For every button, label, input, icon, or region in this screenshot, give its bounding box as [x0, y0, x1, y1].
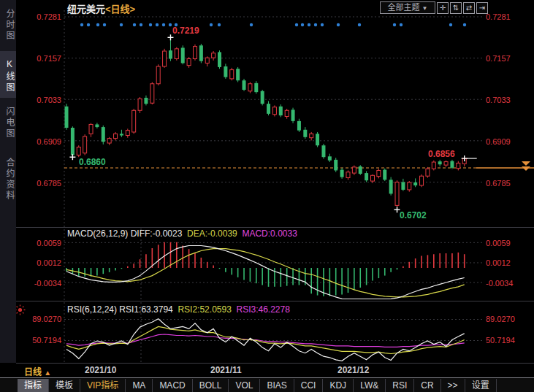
- indicator-toolbar: 指标 模板 VIP指标 MA MACD BOLL VOL BIAS CCI KD…: [0, 377, 534, 392]
- toolbar-item-boll[interactable]: BOLL: [193, 379, 229, 392]
- y-label-right: 0.6909: [486, 137, 511, 146]
- macd-y-label-right: 0.0059: [486, 239, 511, 247]
- y-label-left: 0.7157: [18, 54, 61, 63]
- toolbar-item-vip-indicators[interactable]: VIP指标: [80, 379, 126, 392]
- macd-y-label-right: -0.0034: [486, 279, 513, 288]
- period-label: 日线: [24, 367, 42, 377]
- macd-y-label-right: 0.0012: [486, 258, 511, 267]
- toolbar-item-cci[interactable]: CCI: [294, 379, 324, 392]
- symbol-name: 纽元美元: [67, 4, 105, 15]
- macd-dea-value: DEA:-0.0039: [187, 228, 237, 239]
- zoom-horizontal-icon[interactable]: ⇄: [463, 2, 475, 14]
- theme-dropdown[interactable]: 全部主题 ▼: [380, 1, 435, 14]
- sidebar-item-kline-chart[interactable]: K线图: [0, 51, 16, 98]
- zoom-vertical-icon[interactable]: ⇅: [450, 2, 462, 14]
- y-label-right: 0.6785: [486, 179, 511, 188]
- rsi-y-label-left: 89.0270: [12, 315, 61, 323]
- macd-y-label-left: -0.0034: [18, 279, 61, 288]
- y-label-right: 0.7281: [486, 12, 511, 21]
- support-price-annotation: 0.6860: [79, 157, 106, 167]
- macd-params-diff: MACD(26,12,9) DIFF:-0.0023: [67, 228, 182, 239]
- panel-divider: [16, 227, 534, 228]
- y-label-right: 0.7157: [486, 54, 511, 63]
- toolbar-item-settings[interactable]: 设置: [465, 379, 497, 392]
- toolbar-item-ma[interactable]: MA: [126, 379, 153, 392]
- sidebar-item-time-chart[interactable]: 分时图: [0, 4, 16, 45]
- sidebar-item-lightning-chart[interactable]: 闪电图: [0, 102, 16, 143]
- theme-dropdown-label: 全部主题: [388, 3, 420, 12]
- rsi-y-label-left: 50.7194: [12, 336, 61, 345]
- rsi-y-label-right: 89.0270: [486, 315, 515, 323]
- triangle-up-icon: ▲: [44, 369, 51, 377]
- macd-y-label-left: 0.0012: [18, 258, 61, 267]
- x-axis-date: 2021/11: [210, 365, 242, 375]
- chevron-down-icon: ▼: [422, 5, 428, 12]
- rsi3-value: RSI3:46.2278: [237, 304, 290, 315]
- rsi2-value: RSI2:52.0593: [178, 304, 231, 315]
- toolbar-item-macd[interactable]: MACD: [153, 379, 192, 392]
- y-label-left: 0.6909: [18, 137, 61, 146]
- x-axis-date: 2021/10: [85, 365, 116, 375]
- period-tag: <日线>: [105, 4, 135, 15]
- crosshair-icon[interactable]: ✛: [437, 2, 449, 14]
- toolbar-item-cr[interactable]: CR: [414, 379, 440, 392]
- macd-y-label-left: 0.0059: [18, 239, 61, 247]
- period-selector[interactable]: 日线 ▲: [24, 365, 51, 377]
- rsi-y-label-right: 50.7194: [486, 336, 515, 345]
- toolbar-item-indicators[interactable]: 指标: [18, 379, 49, 392]
- macd-header: MACD(26,12,9) DIFF:-0.0023 DEA:-0.0039 M…: [67, 228, 297, 239]
- toolbar-item-templates[interactable]: 模板: [49, 379, 80, 392]
- sidebar-item-contract-info[interactable]: 合约资料: [0, 152, 16, 207]
- y-label-left: 0.7281: [18, 12, 61, 21]
- toolbar-item-vol[interactable]: VOL: [229, 379, 260, 392]
- macd-bar-value: MACD:0.0033: [242, 228, 297, 239]
- chart-title: 纽元美元<日线>: [67, 1, 135, 15]
- trading-terminal: 分时图 K线图 闪电图 合约资料 纽元美元<日线> 全部主题 ▼ ✛ ⇅ ⇄ ⇥…: [0, 0, 534, 392]
- toolbar-item-lw[interactable]: LW&: [354, 379, 386, 392]
- chart-canvas[interactable]: [0, 0, 534, 392]
- toolbar-item-kdj[interactable]: KDJ: [323, 379, 354, 392]
- y-label-left: 0.6785: [18, 179, 61, 188]
- y-label-right: 0.7033: [486, 96, 511, 104]
- low-price-annotation: 0.6702: [400, 210, 427, 220]
- chart-type-sidebar: 分时图 K线图 闪电图 合约资料: [0, 0, 16, 363]
- panel-divider: [16, 301, 534, 301]
- indicator-settings-sun-icon[interactable]: [15, 304, 26, 315]
- high-price-annotation: 0.7219: [172, 26, 199, 36]
- last-price-annotation: 0.6856: [428, 149, 455, 159]
- toolbar-item-more[interactable]: >>: [441, 379, 465, 392]
- toolbar-item-rsi[interactable]: RSI: [386, 379, 414, 392]
- toolbar-item-bias[interactable]: BIAS: [260, 379, 294, 392]
- rsi-params-rsi1: RSI(6,12,24) RSI1:63.3794: [67, 304, 173, 315]
- rsi-header: RSI(6,12,24) RSI1:63.3794 RSI2:52.0593 R…: [67, 304, 290, 315]
- x-axis-date: 2021/12: [337, 365, 369, 375]
- y-label-left: 0.7033: [18, 96, 61, 104]
